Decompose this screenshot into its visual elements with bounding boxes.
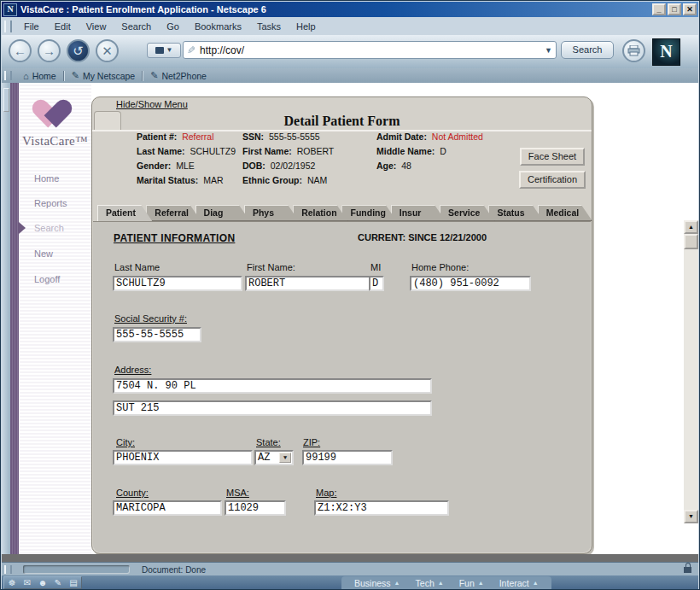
tab-phys[interactable]: Phys [244, 205, 299, 221]
patient-number-label: Patient #: [137, 131, 177, 142]
reload-icon: ↺ [73, 44, 84, 58]
menu-search[interactable]: Search [114, 21, 159, 32]
personal-my-netscape[interactable]: ✎ My Netscape [65, 70, 143, 81]
last-name-input[interactable] [113, 276, 242, 291]
up-arrow-icon: ▲ [533, 580, 539, 586]
form-title: Detail Patient Form [92, 112, 592, 131]
county-input[interactable] [113, 500, 222, 516]
sidebar-item-search[interactable]: Search [34, 223, 64, 233]
menu-tasks[interactable]: Tasks [249, 21, 289, 32]
admit-date-value: Not Admitted [432, 131, 483, 142]
mail-icon[interactable]: ✉ [20, 577, 35, 588]
url-bar[interactable]: ✎ http://cov/ ▼ [183, 41, 557, 59]
scroll-up-button[interactable]: ▲ [684, 220, 698, 234]
instant-messenger-icon[interactable]: ☻ [35, 577, 50, 588]
taskbar-menu-tech[interactable]: Tech ▲ [408, 578, 452, 588]
summary-ethnic-group: Ethnic Group: NAM [242, 175, 327, 188]
minimize-button[interactable]: _ [652, 3, 666, 15]
taskbar-menu-business[interactable]: Business ▲ [347, 578, 408, 588]
state-select[interactable]: AZ ▼ [254, 450, 294, 465]
menu-go[interactable]: Go [159, 21, 187, 32]
personal-net2phone[interactable]: ✎ Net2Phone [143, 70, 213, 81]
scroll-down-button[interactable]: ▼ [684, 510, 698, 523]
netscape-logo-icon[interactable]: N [652, 38, 680, 66]
personal-toolbar-grippy[interactable] [4, 71, 12, 80]
field-last-name-label: Last Name [114, 262, 160, 272]
menu-file[interactable]: File [16, 21, 47, 32]
bookmark-dropdown[interactable]: ▼ [147, 43, 181, 58]
menu-edit[interactable]: Edit [47, 21, 79, 32]
tab-referral[interactable]: Referral [146, 205, 201, 221]
url-dropdown-arrow-icon[interactable]: ▼ [545, 46, 552, 55]
sidebar-splitter[interactable] [2, 83, 10, 554]
composer-icon[interactable]: ✎ [50, 577, 66, 588]
home-phone-input[interactable] [410, 276, 531, 291]
component-icon-group: ☸ ✉ ☻ ✎ ▤ [3, 576, 82, 589]
tab-status[interactable]: Status [488, 205, 543, 221]
content-scrollbar[interactable]: ▲ ▼ [684, 220, 698, 523]
taskbar-menus: Business ▲ Tech ▲ Fun ▲ Interact ▲ [341, 576, 551, 589]
security-lock-icon[interactable] [684, 567, 691, 573]
tab-medical[interactable]: Medical [538, 205, 592, 221]
close-button[interactable]: ✕ [683, 3, 697, 15]
address-line2-input[interactable] [113, 400, 432, 416]
tab-patient[interactable]: Patient [97, 205, 152, 221]
sidebar-item-logoff[interactable]: Logoff [34, 274, 60, 284]
menu-bookmarks[interactable]: Bookmarks [187, 21, 249, 32]
status-bar: Document: Done [2, 562, 698, 576]
middle-name-value: D [440, 146, 446, 156]
taskbar-menu-fun[interactable]: Fun ▲ [452, 578, 492, 588]
personal-home-label: Home [32, 71, 56, 81]
sidebar-splitter-grippy[interactable] [3, 88, 9, 112]
sidebar-item-home[interactable]: Home [34, 173, 59, 184]
url-text[interactable]: http://cov/ [200, 44, 545, 56]
dob-label: DOB: [242, 161, 265, 171]
mi-input[interactable] [369, 276, 384, 291]
menu-view[interactable]: View [79, 21, 114, 32]
search-button[interactable]: Search [561, 41, 614, 59]
personal-home[interactable]: ⌂ Home [16, 71, 63, 81]
summary-marital-status: Marital Status: MAR [137, 175, 224, 188]
tab-diag[interactable]: Diag [195, 205, 250, 221]
forward-button[interactable]: → [38, 39, 61, 62]
status-text: Document: Done [142, 565, 684, 575]
sidebar-item-new[interactable]: New [34, 248, 53, 259]
face-sheet-button[interactable]: Face Sheet [520, 148, 585, 166]
msa-input[interactable] [225, 500, 286, 516]
ssn-input[interactable] [113, 327, 201, 342]
address-book-icon[interactable]: ▤ [66, 577, 81, 588]
certification-button[interactable]: Certification [519, 171, 586, 189]
taskbar-menu-fun-label: Fun [459, 578, 475, 588]
print-button[interactable] [622, 39, 645, 62]
reload-button[interactable]: ↺ [67, 39, 90, 62]
first-name-input[interactable] [245, 276, 371, 291]
window-titlebar[interactable]: N VistaCare : Patient Enrollment Applica… [2, 2, 698, 17]
summary-dob: DOB: 02/02/1952 [242, 161, 315, 173]
sidebar-item-reports[interactable]: Reports [34, 198, 67, 208]
summary-middle-name: Middle Name: D [376, 146, 446, 159]
back-button[interactable]: ← [9, 39, 32, 62]
tab-service[interactable]: Service [440, 205, 494, 221]
tab-funding[interactable]: Funding [341, 205, 396, 221]
city-input[interactable] [113, 450, 253, 465]
scrollbar-thumb[interactable] [684, 234, 698, 249]
navigator-icon[interactable]: ☸ [4, 577, 20, 588]
up-arrow-icon: ▲ [394, 580, 400, 586]
taskbar-menu-interact[interactable]: Interact ▲ [492, 578, 546, 588]
zip-input[interactable] [302, 450, 393, 465]
menu-help[interactable]: Help [289, 21, 324, 32]
map-input[interactable] [314, 500, 449, 516]
tab-relation[interactable]: Relation [293, 205, 347, 221]
address-line1-input[interactable] [113, 378, 432, 394]
statusbar-grippy[interactable] [4, 565, 12, 574]
menubar-grippy[interactable] [4, 20, 12, 32]
state-select-arrow-icon[interactable]: ▼ [279, 453, 291, 463]
hide-show-menu-link[interactable]: Hide/Show Menu [116, 99, 188, 109]
summary-first-name: First Name: ROBERT [242, 146, 334, 159]
stop-button[interactable]: ✕ [96, 39, 119, 62]
patient-number-value: Referral [182, 131, 213, 142]
ethnic-group-value: NAM [307, 175, 327, 185]
tab-insur[interactable]: Insur [391, 205, 446, 221]
patient-tab-content: PATIENT INFORMATION CURRENT: SINCE 12/21… [93, 221, 591, 552]
maximize-button[interactable]: □ [668, 3, 681, 15]
